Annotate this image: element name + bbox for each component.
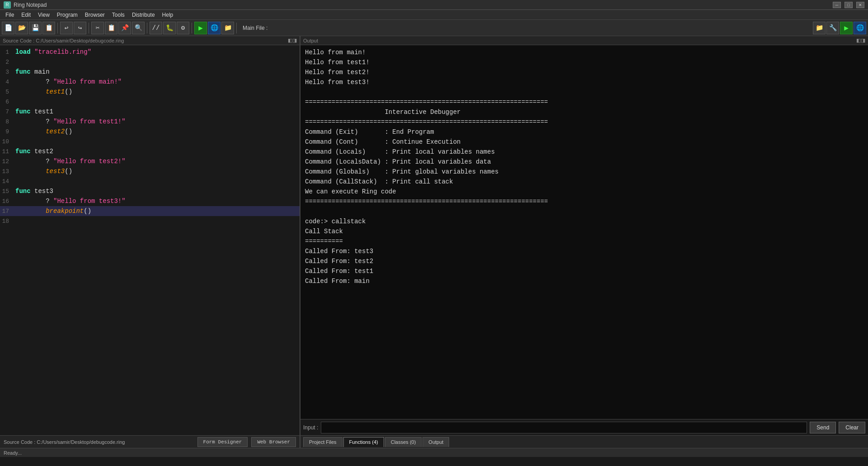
- debug-button[interactable]: 🐛: [163, 22, 176, 34]
- window-controls: ─ □ ✕: [833, 2, 864, 8]
- code-line-18: 18: [0, 216, 300, 226]
- paste-button[interactable]: 📌: [118, 22, 131, 34]
- save-button[interactable]: 💾: [29, 22, 42, 34]
- code-editor[interactable]: 1 load "tracelib.ring" 2 3 func main 4 ?…: [0, 45, 300, 435]
- output-line: [305, 207, 863, 217]
- menu-help[interactable]: Help: [159, 11, 177, 19]
- menu-program[interactable]: Program: [53, 11, 81, 19]
- output-line: code:> callstack: [305, 217, 863, 227]
- source-path: Source Code : C:/Users/samir/Desktop/deb…: [3, 38, 124, 43]
- output-panel: Output ◧◨ Hello from main! Hello from te…: [300, 36, 868, 435]
- code-line-16: 16 ? "Hello from test3!": [0, 196, 300, 206]
- code-line-12: 12 ? "Hello from test2!": [0, 156, 300, 166]
- output-content: Hello from main! Hello from test1! Hello…: [300, 45, 868, 419]
- redo-button[interactable]: ↪: [74, 22, 86, 34]
- web-browser-button[interactable]: Web Browser: [251, 437, 296, 447]
- code-line-8: 8 ? "Hello from test1!": [0, 117, 300, 127]
- code-line-3: 3 func main: [0, 67, 300, 77]
- source-controls: ◧◨: [288, 38, 297, 43]
- menu-file[interactable]: File: [2, 11, 18, 19]
- output-line: ========================================…: [305, 118, 863, 127]
- output-title: Output: [303, 38, 318, 43]
- code-line-11: 11 func test2: [0, 146, 300, 156]
- toolbar-extra2[interactable]: 🔧: [826, 22, 839, 34]
- output-line: Called From: test2: [305, 257, 863, 267]
- output-controls: ◧◨: [856, 38, 865, 43]
- run-button[interactable]: ⚙: [177, 22, 189, 34]
- code-line-10: 10: [0, 137, 300, 146]
- input-bar: Input : Send Clear: [300, 419, 868, 435]
- title-text: Ring Notepad: [14, 2, 833, 8]
- output-line: Command (Locals) : Print local variables…: [305, 147, 863, 157]
- statusbar: Ready...: [0, 448, 868, 457]
- sep1: [57, 23, 58, 33]
- sep4: [192, 23, 192, 33]
- form-designer-button[interactable]: Form Designer: [197, 437, 248, 447]
- toolbar: 📄 📂 💾 📋 ↩ ↪ ✂ 📋 📌 🔍 // 🐛 ⚙ ▶ 🌐 📁 Main Fi…: [0, 20, 868, 36]
- input-field[interactable]: [321, 422, 807, 433]
- input-label: Input :: [303, 424, 318, 431]
- toolbar-extra3[interactable]: ▶: [840, 22, 853, 34]
- sep5: [236, 23, 237, 33]
- output-line: We can execute Ring code: [305, 187, 863, 197]
- code-line-5: 5 test1(): [0, 87, 300, 97]
- new-button[interactable]: 📄: [2, 22, 14, 34]
- code-line-4: 4 ? "Hello from main!": [0, 77, 300, 87]
- sep2: [89, 23, 89, 33]
- cut-button[interactable]: ✂: [91, 22, 104, 34]
- output-line: Called From: test3: [305, 247, 863, 257]
- close-button[interactable]: ✕: [856, 2, 864, 8]
- code-line-15: 15 func test3: [0, 186, 300, 196]
- code-line-9: 9 test2(): [0, 127, 300, 137]
- output-line: Command (LocalsData) : Print local varia…: [305, 157, 863, 167]
- saveas-button[interactable]: 📋: [42, 22, 55, 34]
- tab-classes[interactable]: Classes (0): [385, 437, 422, 447]
- clear-button[interactable]: Clear: [839, 422, 865, 433]
- toolbar-extra1[interactable]: 📁: [813, 22, 826, 34]
- code-line-2: 2: [0, 57, 300, 67]
- tab-project-files[interactable]: Project Files: [303, 437, 343, 447]
- minimize-button[interactable]: ─: [833, 2, 841, 8]
- output-line: Called From: main: [305, 277, 863, 287]
- output-line: Interactive Debugger: [305, 108, 863, 118]
- source-panel: Source Code : C:/Users/samir/Desktop/deb…: [0, 36, 300, 435]
- web-button[interactable]: 🌐: [208, 22, 221, 34]
- output-line: Hello from test1!: [305, 58, 863, 68]
- toolbar-extra4[interactable]: 🌐: [854, 22, 866, 34]
- send-button[interactable]: Send: [810, 422, 836, 433]
- tab-functions[interactable]: Functions (4): [343, 437, 384, 447]
- open-button[interactable]: 📂: [15, 22, 28, 34]
- right-bottom-bar: Project Files Functions (4) Classes (0) …: [300, 435, 868, 448]
- code-line-13: 13 test3(): [0, 166, 300, 176]
- code-line-1: 1 load "tracelib.ring": [0, 47, 300, 57]
- output-line: Hello from main!: [305, 48, 863, 58]
- play-button[interactable]: ▶: [194, 22, 207, 34]
- code-line-17: 17 breakpoint(): [0, 206, 300, 216]
- menu-browser[interactable]: Browser: [81, 11, 108, 19]
- bottom-bar: Source Code : C:/Users/samir/Desktop/deb…: [0, 435, 868, 448]
- output-line: [305, 88, 863, 98]
- output-line: Hello from test2!: [305, 68, 863, 78]
- tab-output[interactable]: Output: [422, 437, 449, 447]
- copy-button[interactable]: 📋: [105, 22, 117, 34]
- folder-button[interactable]: 📁: [221, 22, 234, 34]
- output-line: Called From: test1: [305, 267, 863, 277]
- find-button[interactable]: 🔍: [132, 22, 145, 34]
- undo-button[interactable]: ↩: [60, 22, 73, 34]
- code-line-6: 6: [0, 97, 300, 107]
- app-icon: R: [4, 1, 11, 9]
- main-file-label: Main File :: [239, 25, 271, 31]
- menu-distribute[interactable]: Distribute: [128, 11, 159, 19]
- output-header: Output ◧◨: [300, 36, 868, 45]
- output-line: Command (CallStack) : Print call stack: [305, 177, 863, 187]
- output-line: Command (Cont) : Continue Execution: [305, 137, 863, 147]
- menu-view[interactable]: View: [34, 11, 53, 19]
- left-bottom-bar: Source Code : C:/Users/samir/Desktop/deb…: [0, 435, 300, 448]
- menu-tools[interactable]: Tools: [108, 11, 128, 19]
- output-line: ==========: [305, 237, 863, 247]
- status-path: Source Code : C:/Users/samir/Desktop/deb…: [4, 439, 194, 445]
- status-text: Ready...: [4, 450, 22, 456]
- maximize-button[interactable]: □: [845, 2, 853, 8]
- comment-button[interactable]: //: [150, 22, 162, 34]
- menu-edit[interactable]: Edit: [18, 11, 34, 19]
